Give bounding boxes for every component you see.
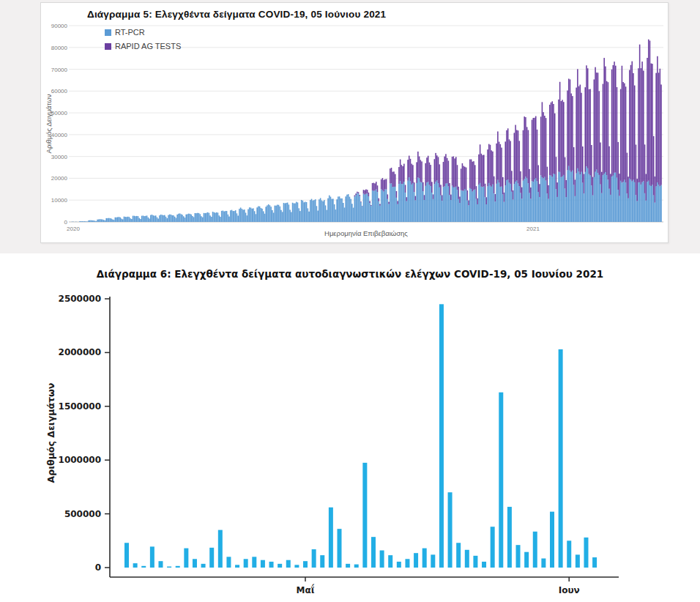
- svg-text:30000: 30000: [51, 154, 68, 160]
- svg-text:60000: 60000: [51, 88, 68, 94]
- svg-text:2020: 2020: [67, 226, 80, 232]
- svg-text:80000: 80000: [51, 45, 68, 51]
- svg-text:0: 0: [64, 219, 68, 226]
- chart5-y-axis-title: Αριθμός Δειγμάτων: [45, 94, 53, 153]
- chart5-background-band: Διάγραμμα 5: Ελεγχθέντα δείγματα COVID-1…: [0, 0, 700, 253]
- legend-item-rt-pcr[interactable]: RT-PCR: [105, 28, 181, 37]
- chart5-card: Διάγραμμα 5: Ελεγχθέντα δείγματα COVID-1…: [40, 2, 669, 243]
- svg-text:40000: 40000: [51, 132, 68, 138]
- chart5-title: Διάγραμμα 5: Ελεγχθέντα δείγματα COVID-1…: [87, 9, 386, 20]
- svg-text:1500000: 1500000: [59, 401, 101, 412]
- legend-swatch-rapid-icon: [105, 43, 111, 50]
- svg-text:70000: 70000: [51, 67, 68, 73]
- legend-label-rt-pcr: RT-PCR: [115, 28, 145, 37]
- chart6-y-axis-title: Αριθμός Δειγμάτων: [45, 383, 56, 483]
- svg-text:0: 0: [95, 562, 101, 573]
- chart5-legend: RT-PCR RAPID AG TESTS: [105, 28, 181, 51]
- report-page: Διάγραμμα 5: Ελεγχθέντα δείγματα COVID-1…: [0, 0, 700, 602]
- legend-swatch-rt-pcr-icon: [105, 29, 111, 36]
- svg-text:1000000: 1000000: [59, 455, 101, 465]
- svg-text:Μαΐ: Μαΐ: [297, 584, 315, 595]
- chart6-plot: 05000001000000150000020000002500000ΜαΐΙο…: [0, 253, 700, 602]
- svg-text:10000: 10000: [51, 197, 68, 204]
- svg-text:500000: 500000: [64, 509, 101, 519]
- svg-text:Ιουν: Ιουν: [559, 585, 580, 595]
- svg-text:50000: 50000: [51, 110, 68, 116]
- svg-text:2021: 2021: [526, 226, 540, 232]
- chart5-x-axis-title: Ημερομηνία Επιβεβαιώσης: [324, 229, 408, 237]
- svg-text:20000: 20000: [51, 175, 68, 182]
- svg-text:90000: 90000: [51, 23, 68, 29]
- legend-item-rapid-ag-tests[interactable]: RAPID AG TESTS: [105, 42, 181, 51]
- svg-text:2000000: 2000000: [59, 347, 101, 357]
- svg-text:2500000: 2500000: [59, 294, 101, 304]
- legend-label-rapid-ag-tests: RAPID AG TESTS: [115, 42, 181, 51]
- chart6-region: Διάγραμμα 6: Ελεγχθέντα δείγματα αυτοδια…: [0, 253, 700, 602]
